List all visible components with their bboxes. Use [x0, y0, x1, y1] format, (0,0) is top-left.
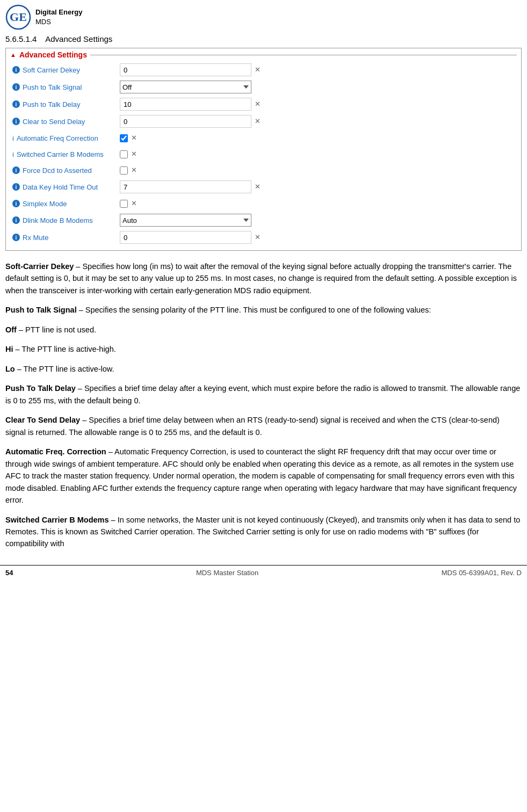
label-text-clear-to-send-delay: Clear to Send Delay — [23, 118, 85, 126]
row-force-dcd-to-asserted: i Force Dcd to Asserted ✕ — [6, 162, 521, 178]
label-push-to-talk-signal: i Push to Talk Signal — [12, 83, 120, 91]
term-off: Off — [5, 325, 17, 334]
label-text-dlink-mode-b-modems: Dlink Mode B Modems — [23, 216, 93, 224]
svg-text:GE: GE — [10, 10, 27, 24]
row-simplex-mode: i Simplex Mode ✕ — [6, 195, 521, 212]
control-automatic-freq-correction: ✕ — [120, 134, 137, 142]
label-switched-carrier-b-modems: i Switched Carrier B Modems — [12, 149, 120, 160]
info-icon-switched-carrier-b-modems[interactable]: i — [12, 150, 14, 158]
control-force-dcd-to-asserted: ✕ — [120, 166, 137, 175]
info-icon-automatic-freq-correction[interactable]: i — [12, 134, 14, 142]
input-data-key-hold-time-out[interactable] — [120, 180, 251, 193]
footer-right-text: MDS 05-6399A01, Rev. D — [442, 569, 522, 577]
clear-simplex-mode[interactable]: ✕ — [131, 199, 137, 208]
info-icon-force-dcd-to-asserted[interactable]: i — [12, 166, 20, 174]
clear-data-key-hold-time-out[interactable]: ✕ — [255, 183, 261, 191]
clear-automatic-freq-correction[interactable]: ✕ — [131, 134, 137, 142]
para-soft-carrier-dekey-text: – Specifies how long (in ms) to wait aft… — [5, 262, 517, 295]
info-icon-dlink-mode-b-modems[interactable]: i — [12, 216, 20, 224]
clear-soft-carrier-dekey[interactable]: ✕ — [255, 66, 261, 74]
input-rx-mute[interactable] — [120, 231, 251, 244]
term-soft-carrier-dekey: Soft-Carrier Dekey — [5, 262, 74, 271]
collapse-icon[interactable]: ▲ — [10, 52, 16, 58]
row-dlink-mode-b-modems: i Dlink Mode B Modems Auto On Off ✕ — [6, 212, 521, 229]
row-clear-to-send-delay: i Clear to Send Delay ✕ — [6, 113, 521, 130]
para-push-to-talk-delay-text: – Specifies a brief time delay after a k… — [5, 384, 520, 404]
label-simplex-mode: i Simplex Mode — [12, 200, 120, 208]
checkbox-simplex-mode[interactable] — [120, 200, 128, 208]
label-text-switched-carrier-b-modems: Switched Carrier B Modems — [17, 150, 104, 160]
page-header: GE Digital Energy MDS — [0, 0, 527, 32]
control-dlink-mode-b-modems: Auto On Off ✕ — [120, 214, 261, 227]
label-text-automatic-freq-correction: Automatic Freq Correction — [17, 134, 98, 143]
clear-push-to-talk-delay[interactable]: ✕ — [255, 100, 261, 108]
control-rx-mute: ✕ — [120, 231, 261, 244]
row-switched-carrier-b-modems: i Switched Carrier B Modems ✕ — [6, 146, 521, 162]
label-rx-mute: i Rx Mute — [12, 234, 120, 242]
label-text-push-to-talk-delay: Push to Talk Delay — [23, 100, 80, 108]
para-hi-text: – The PTT line is active-high. — [16, 345, 116, 353]
para-soft-carrier-dekey: Soft-Carrier Dekey – Specifies how long … — [5, 260, 522, 296]
settings-panel-title: Advanced Settings — [19, 50, 87, 59]
clear-clear-to-send-delay[interactable]: ✕ — [255, 117, 261, 126]
row-push-to-talk-signal: i Push to Talk Signal Off Hi Lo ✕ — [6, 78, 521, 96]
checkbox-force-dcd-to-asserted[interactable] — [120, 166, 128, 175]
label-data-key-hold-time-out: i Data Key Hold Time Out — [12, 183, 120, 191]
label-text-rx-mute: Rx Mute — [23, 234, 48, 242]
para-push-to-talk-signal-text: – Specifies the sensing polarity of the … — [79, 306, 431, 314]
footer-center-text: MDS Master Station — [196, 569, 258, 577]
label-push-to-talk-delay: i Push to Talk Delay — [12, 100, 120, 108]
input-push-to-talk-delay[interactable] — [120, 98, 251, 111]
input-soft-carrier-dekey[interactable] — [120, 63, 251, 76]
term-switched-carrier-b-modems: Switched Carrier B Modems — [5, 516, 109, 524]
info-icon-clear-to-send-delay[interactable]: i — [12, 118, 20, 125]
label-text-data-key-hold-time-out: Data Key Hold Time Out — [23, 183, 98, 191]
term-push-to-talk-signal: Push to Talk Signal — [5, 306, 77, 314]
para-push-to-talk-signal: Push to Talk Signal – Specifies the sens… — [5, 304, 522, 316]
info-icon-push-to-talk-delay[interactable]: i — [12, 100, 20, 108]
page-footer: 54 MDS Master Station MDS 05-6399A01, Re… — [0, 565, 527, 580]
checkbox-automatic-freq-correction[interactable] — [120, 134, 128, 142]
info-icon-rx-mute[interactable]: i — [12, 234, 20, 241]
clear-switched-carrier-b-modems[interactable]: ✕ — [131, 150, 137, 158]
control-clear-to-send-delay: ✕ — [120, 115, 261, 128]
settings-panel: ▲ Advanced Settings i Soft Carrier Dekey… — [5, 48, 522, 251]
select-dlink-mode-b-modems[interactable]: Auto On Off — [120, 214, 251, 227]
control-soft-carrier-dekey: ✕ — [120, 63, 261, 76]
term-lo: Lo — [5, 365, 15, 373]
para-switched-carrier-b-modems: Switched Carrier B Modems – In some netw… — [5, 514, 522, 550]
para-off-text: – PTT line is not used. — [19, 325, 96, 334]
para-off: Off – PTT line is not used. — [5, 324, 522, 336]
footer-page-number: 54 — [5, 569, 13, 577]
clear-rx-mute[interactable]: ✕ — [255, 233, 261, 242]
label-text-soft-carrier-dekey: Soft Carrier Dekey — [23, 66, 80, 74]
row-data-key-hold-time-out: i Data Key Hold Time Out ✕ — [6, 178, 521, 195]
info-icon-simplex-mode[interactable]: i — [12, 200, 20, 207]
info-icon-data-key-hold-time-out[interactable]: i — [12, 183, 20, 191]
info-icon-push-to-talk-signal[interactable]: i — [12, 83, 20, 91]
control-push-to-talk-signal: Off Hi Lo ✕ — [120, 81, 261, 93]
logo-text: Digital Energy MDS — [35, 8, 82, 27]
select-push-to-talk-signal[interactable]: Off Hi Lo — [120, 81, 251, 93]
label-clear-to-send-delay: i Clear to Send Delay — [12, 118, 120, 126]
para-lo-text: – The PTT line is active-low. — [17, 365, 114, 373]
row-automatic-freq-correction: i Automatic Freq Correction ✕ — [6, 130, 521, 146]
settings-header-divider — [90, 55, 517, 55]
clear-force-dcd-to-asserted[interactable]: ✕ — [131, 166, 137, 175]
label-dlink-mode-b-modems: i Dlink Mode B Modems — [12, 216, 120, 224]
settings-panel-header: ▲ Advanced Settings — [6, 48, 521, 61]
input-clear-to-send-delay[interactable] — [120, 115, 251, 128]
control-data-key-hold-time-out: ✕ — [120, 180, 261, 193]
para-lo: Lo – The PTT line is active-low. — [5, 363, 522, 375]
body-content: Soft-Carrier Dekey – Specifies how long … — [0, 257, 527, 561]
control-simplex-mode: ✕ — [120, 199, 137, 208]
term-clear-to-send-delay: Clear To Send Delay — [5, 416, 80, 424]
checkbox-switched-carrier-b-modems[interactable] — [120, 150, 128, 158]
row-push-to-talk-delay: i Push to Talk Delay ✕ — [6, 96, 521, 113]
info-icon-soft-carrier-dekey[interactable]: i — [12, 66, 20, 74]
label-text-simplex-mode: Simplex Mode — [23, 200, 67, 208]
label-soft-carrier-dekey: i Soft Carrier Dekey — [12, 66, 120, 74]
term-automatic-freq-correction: Automatic Freq. Correction — [5, 447, 106, 456]
para-automatic-freq-correction: Automatic Freq. Correction – Automatic F… — [5, 446, 522, 506]
term-push-to-talk-delay: Push To Talk Delay — [5, 384, 76, 393]
